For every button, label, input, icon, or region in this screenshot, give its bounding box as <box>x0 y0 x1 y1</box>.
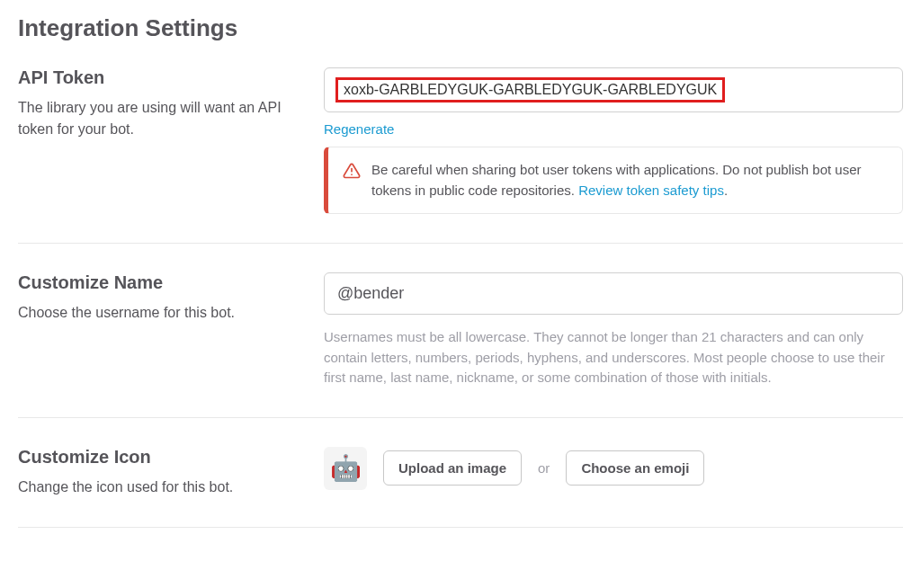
warning-triangle-icon <box>343 162 361 183</box>
page-title: Integration Settings <box>18 14 903 42</box>
username-input[interactable] <box>324 272 903 315</box>
customize-name-heading: Customize Name <box>18 272 306 293</box>
api-token-value: xoxb-GARBLEDYGUK-GARBLEDYGUK-GARBLEDYGUK <box>335 77 725 102</box>
token-warning-text: Be careful when sharing bot user tokens … <box>371 160 888 200</box>
customize-icon-description: Change the icon used for this bot. <box>18 477 306 498</box>
upload-image-button[interactable]: Upload an image <box>383 450 522 486</box>
api-token-description: The library you are using will want an A… <box>18 97 306 140</box>
customize-name-description: Choose the username for this bot. <box>18 302 306 324</box>
bot-avatar-preview: 🤖 <box>324 447 367 490</box>
customize-icon-heading: Customize Icon <box>18 447 306 468</box>
api-token-field[interactable]: xoxb-GARBLEDYGUK-GARBLEDYGUK-GARBLEDYGUK <box>324 67 903 112</box>
regenerate-link[interactable]: Regenerate <box>324 121 394 137</box>
api-token-section: API Token The library you are using will… <box>18 67 903 244</box>
customize-icon-section: Customize Icon Change the icon used for … <box>18 447 903 528</box>
username-help-text: Usernames must be all lowercase. They ca… <box>324 327 903 388</box>
token-warning-box: Be careful when sharing bot user tokens … <box>324 147 903 214</box>
customize-name-section: Customize Name Choose the username for t… <box>18 272 903 418</box>
api-token-heading: API Token <box>18 67 306 88</box>
token-safety-link[interactable]: Review token safety tips <box>578 183 724 198</box>
or-divider-text: or <box>538 460 550 476</box>
choose-emoji-button[interactable]: Choose an emoji <box>566 450 704 486</box>
